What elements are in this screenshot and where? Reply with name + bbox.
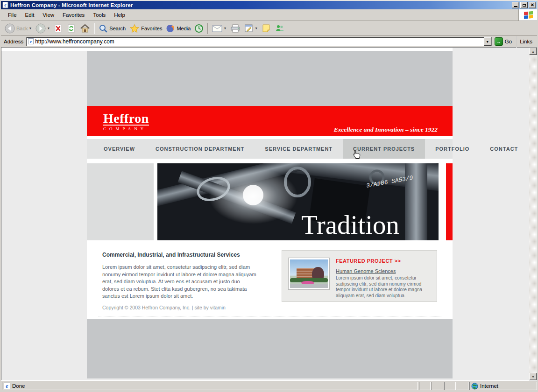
featured-project-box: FEATURED PROJECT >> Human Genome Science…: [282, 250, 437, 302]
back-button[interactable]: Back▼: [3, 22, 34, 35]
status-empty-pane: [419, 382, 431, 390]
status-empty-pane: [432, 382, 443, 390]
menu-view[interactable]: View: [38, 11, 58, 19]
home-button[interactable]: [78, 22, 92, 35]
hero-red-accent-bar: [446, 163, 453, 240]
logo-wordmark: Heffron: [103, 112, 149, 126]
logo-subtitle: COMPANY: [103, 126, 149, 131]
scroll-down-button[interactable]: ▼: [529, 373, 537, 380]
address-label: Address: [2, 39, 26, 44]
menu-help[interactable]: Help: [110, 11, 129, 19]
address-bar: Address e ▼ → Go Links: [1, 36, 537, 48]
toolbar-separator: [94, 23, 95, 34]
main-content-section: Commercial, Industrial, and Infrastructu…: [87, 240, 453, 319]
favorites-button[interactable]: Favorites: [127, 22, 164, 35]
services-body-text: Lorem ipsum dolor sit amet, consetetur s…: [102, 264, 257, 300]
internet-globe-icon: [471, 383, 478, 390]
featured-thumbnail[interactable]: [288, 258, 330, 290]
edit-icon: [244, 24, 254, 33]
address-dropdown-button[interactable]: ▼: [484, 37, 491, 46]
vertical-scrollbar[interactable]: ▲ ▼: [529, 48, 537, 380]
brand-banner: Heffron COMPANY Excellence and Innovatio…: [87, 106, 453, 136]
messenger-people-icon: [275, 24, 285, 33]
featured-project-link[interactable]: Human Genome Sciences: [336, 268, 396, 274]
minimize-button[interactable]: [512, 2, 519, 8]
zone-text: Internet: [480, 383, 498, 389]
media-icon: [166, 24, 175, 33]
hero-section: 3/A106 SA53/9 Tradition: [87, 163, 453, 240]
forward-button[interactable]: ▼: [34, 22, 52, 35]
search-button[interactable]: Search: [97, 22, 127, 35]
standard-buttons-toolbar: Back▼ ▼ Search Favorites Media: [1, 21, 537, 36]
links-toolbar[interactable]: Links: [517, 36, 536, 48]
browser-window: e Heffron Company - Microsoft Internet E…: [0, 0, 538, 392]
ie-page-icon: e: [2, 2, 9, 8]
title-bar[interactable]: e Heffron Company - Microsoft Internet E…: [1, 1, 537, 9]
scroll-up-button[interactable]: ▲: [529, 48, 537, 55]
menu-file[interactable]: File: [4, 11, 21, 19]
nav-construction-department[interactable]: CONSTRUCTION DEPARTMENT: [145, 139, 255, 159]
toolbar-separator: [207, 23, 208, 34]
forward-icon: [35, 23, 46, 34]
scrollbar-track[interactable]: [529, 55, 537, 373]
nav-overview[interactable]: OVERVIEW: [93, 139, 145, 159]
discuss-button[interactable]: [260, 22, 273, 35]
refresh-icon: [67, 24, 76, 33]
mail-button[interactable]: ▼: [210, 22, 228, 35]
print-button[interactable]: [228, 22, 242, 35]
go-button[interactable]: → Go: [494, 37, 515, 47]
favorites-star-icon: [129, 24, 140, 33]
mail-icon: [212, 24, 222, 33]
nav-service-department[interactable]: SERVICE DEPARTMENT: [255, 139, 343, 159]
page-footer-gray-block: [87, 319, 453, 378]
featured-project-kicker[interactable]: FEATURED PROJECT >>: [336, 258, 401, 264]
status-empty-pane: [457, 382, 468, 390]
edit-button[interactable]: ▼: [242, 22, 260, 35]
menu-favorites[interactable]: Favorites: [58, 11, 89, 19]
search-icon: [99, 24, 108, 33]
page-header-gray-block: [87, 51, 453, 106]
copyright-line: Copyright © 2003 Heffron Company, Inc. |…: [102, 305, 226, 310]
address-field-wrap: e ▼: [26, 37, 492, 46]
dotted-divider: [98, 316, 441, 316]
main-navigation: OVERVIEW CONSTRUCTION DEPARTMENT SERVICE…: [87, 139, 453, 159]
status-message-pane: e Done: [2, 382, 418, 390]
menu-edit[interactable]: Edit: [21, 11, 39, 19]
media-button[interactable]: Media: [164, 22, 192, 35]
nav-contact[interactable]: CONTACT: [480, 139, 528, 159]
page-content-column: Heffron COMPANY Excellence and Innovatio…: [87, 48, 453, 378]
featured-project-body: Lorem ipsum dolor sit amet, consetetur s…: [336, 275, 432, 299]
hero-photo: 3/A106 SA53/9 Tradition: [157, 163, 439, 240]
stop-button[interactable]: [52, 22, 65, 35]
close-button[interactable]: ✕: [529, 2, 536, 8]
svg-text:e: e: [30, 39, 32, 43]
window-title: Heffron Company - Microsoft Internet Exp…: [10, 2, 511, 8]
go-arrow-icon: →: [495, 37, 503, 46]
page-favicon: e: [28, 38, 34, 45]
discuss-note-icon: [262, 24, 271, 33]
address-input[interactable]: [35, 38, 484, 45]
refresh-button[interactable]: [65, 22, 78, 35]
history-button[interactable]: [192, 22, 205, 35]
page-viewport: Heffron COMPANY Excellence and Innovatio…: [1, 48, 537, 380]
home-icon: [80, 24, 90, 33]
tagline: Excellence and Innovation – since 1922: [334, 126, 438, 133]
hero-left-gray-block: [87, 163, 154, 240]
history-icon: [194, 24, 204, 33]
nav-portfolio[interactable]: PORTFOLIO: [425, 139, 480, 159]
security-zone-pane: Internet: [469, 382, 537, 390]
windows-logo-throbber: [518, 9, 537, 21]
building-photo: [290, 259, 328, 288]
menu-bar: File Edit View Favorites Tools Help: [1, 9, 537, 21]
hand-cursor: [353, 149, 361, 159]
heffron-logo[interactable]: Heffron COMPANY: [103, 112, 149, 131]
status-empty-pane: [444, 382, 456, 390]
status-bar: e Done Internet: [1, 380, 537, 391]
stop-icon: [54, 24, 63, 33]
messenger-button[interactable]: [273, 22, 287, 35]
svg-text:e: e: [4, 2, 7, 7]
restore-button[interactable]: [520, 2, 528, 8]
document-done-icon: e: [4, 383, 10, 389]
back-icon: [5, 23, 15, 34]
menu-tools[interactable]: Tools: [89, 11, 110, 19]
